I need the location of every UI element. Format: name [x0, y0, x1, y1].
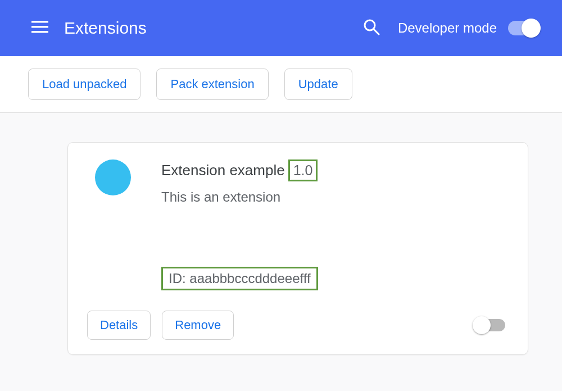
extension-info: Extension example 1.0 This is an extensi… [161, 159, 509, 205]
search-icon[interactable] [363, 19, 380, 38]
extension-description: This is an extension [161, 189, 509, 205]
toolbar: Load unpacked Pack extension Update [0, 56, 562, 113]
details-button[interactable]: Details [87, 311, 151, 340]
page-title: Extensions [64, 19, 363, 38]
extension-enable-toggle[interactable] [475, 319, 505, 331]
extension-header: Extension example 1.0 This is an extensi… [87, 159, 509, 205]
menu-icon[interactable] [31, 21, 48, 35]
load-unpacked-button[interactable]: Load unpacked [28, 69, 140, 100]
svg-line-4 [374, 29, 379, 34]
svg-rect-0 [31, 21, 48, 23]
content-area: Extension example 1.0 This is an extensi… [0, 113, 562, 391]
extension-id-row: ID: aaabbbcccdddeeefff [161, 267, 509, 290]
extension-title-row: Extension example 1.0 [161, 159, 509, 181]
extension-icon [95, 159, 131, 195]
pack-extension-button[interactable]: Pack extension [156, 69, 268, 100]
developer-mode-toggle[interactable] [508, 21, 540, 35]
extension-card: Extension example 1.0 This is an extensi… [67, 142, 528, 355]
extension-id: ID: aaabbbcccdddeeefff [161, 267, 318, 290]
toggle-knob [522, 19, 541, 38]
svg-rect-1 [31, 26, 48, 28]
update-button[interactable]: Update [284, 69, 352, 100]
remove-button[interactable]: Remove [162, 311, 234, 340]
toggle-knob [473, 316, 491, 334]
svg-rect-2 [31, 31, 48, 33]
developer-mode-label: Developer mode [398, 20, 497, 36]
extension-version: 1.0 [288, 159, 318, 181]
header-bar: Extensions Developer mode [0, 0, 562, 56]
extension-name: Extension example [161, 162, 285, 179]
extension-actions: Details Remove [87, 311, 509, 340]
